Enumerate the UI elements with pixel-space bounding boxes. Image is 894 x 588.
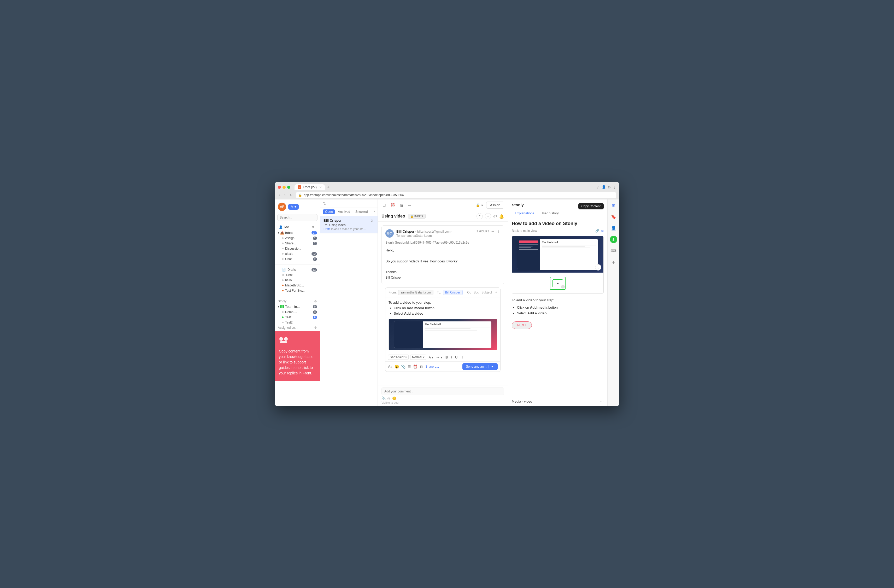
reply-compose: From: samantha@stanl.com To: Bill Crispe… bbox=[385, 287, 500, 372]
sidebar-item-testfor[interactable]: Test For Sto... bbox=[275, 288, 320, 293]
keyboard-right-icon[interactable]: ⌨ bbox=[609, 247, 618, 254]
sidebar-item-hello[interactable]: hello bbox=[275, 278, 320, 283]
sidebar-item-chat[interactable]: Chat 2 bbox=[275, 256, 320, 262]
tag-icon[interactable]: 🏷 bbox=[493, 214, 497, 218]
forward-nav-button[interactable]: › bbox=[283, 192, 287, 198]
reply-body[interactable]: To add a video to your step: Click on Ad… bbox=[385, 298, 500, 319]
text-color-button[interactable]: A ▾ bbox=[428, 355, 435, 360]
sidebar-item-sent[interactable]: ➤ Sent bbox=[275, 272, 320, 278]
reply-icon[interactable]: ↩ bbox=[491, 229, 495, 233]
format-button[interactable]: ☰ bbox=[408, 364, 411, 369]
font-family-select[interactable]: Sans-Serif ▾ bbox=[388, 355, 409, 360]
more-button[interactable]: ··· bbox=[407, 203, 412, 208]
bold-button[interactable]: B bbox=[445, 355, 449, 360]
stonly-group[interactable]: Stonly ⚙ bbox=[275, 299, 320, 304]
filter-tab-archived[interactable]: Archived bbox=[336, 209, 352, 214]
new-tab-button[interactable]: + bbox=[326, 184, 331, 190]
browser-tab[interactable]: F Front (27) ✕ bbox=[294, 184, 325, 190]
tab-close-button[interactable]: ✕ bbox=[319, 186, 322, 189]
sidebar-item-alexis[interactable]: alexis 22 bbox=[275, 251, 320, 256]
kb-footer-more-icon[interactable]: ··· bbox=[600, 399, 604, 404]
teamin-group[interactable]: ▾ S Team in... 9 bbox=[275, 304, 320, 310]
scroll-down-button[interactable]: ⌄ bbox=[485, 213, 491, 219]
external-link-icon[interactable]: ↗ bbox=[495, 290, 497, 294]
sidebar-item-drafts[interactable]: 📄 Drafts 13 bbox=[275, 267, 320, 272]
conversation-panel: ⇅ Open Archived Snoozed › Bill Crisper 2… bbox=[320, 200, 378, 406]
settings-icon[interactable]: ⚙ bbox=[311, 225, 314, 229]
assigned-group[interactable]: Assigned co... ⚙ bbox=[275, 325, 320, 330]
tab-user-history[interactable]: User history bbox=[538, 210, 562, 217]
italic-button[interactable]: I bbox=[450, 355, 453, 360]
font-size-button[interactable]: Aa bbox=[388, 364, 393, 369]
cc-button[interactable]: Cc bbox=[467, 290, 471, 294]
link-icon[interactable]: 🔗 bbox=[595, 229, 599, 233]
comment-emoji-icon[interactable]: 😊 bbox=[392, 396, 396, 400]
to-address[interactable]: Bill Crisper bbox=[443, 290, 463, 295]
lock-button[interactable]: 🔒 ▾ bbox=[475, 203, 484, 208]
tab-explanations[interactable]: Explanations bbox=[512, 210, 538, 217]
signature-button[interactable]: ⏰ bbox=[413, 364, 417, 369]
trash-button[interactable]: 🗑 bbox=[399, 203, 405, 208]
stonly-avatar-icon[interactable]: S bbox=[610, 236, 617, 243]
conv-item[interactable]: Bill Crisper 2H Re: Using video Draft To… bbox=[320, 216, 378, 233]
more-fmt-button[interactable]: ⋮ bbox=[460, 355, 465, 360]
reload-button[interactable]: ↻ bbox=[288, 192, 294, 198]
minimize-button[interactable] bbox=[282, 186, 285, 189]
share-draft-button[interactable]: Share d... bbox=[425, 365, 439, 369]
copy-icon[interactable]: ⧉ bbox=[601, 229, 604, 233]
bookmark-right-icon[interactable]: 🔖 bbox=[610, 213, 617, 221]
bell-icon[interactable]: 🔔 bbox=[499, 214, 504, 219]
send-dropdown-arrow[interactable]: ▾ bbox=[488, 365, 494, 369]
url-display[interactable]: app.frontapp.com/inboxes/teammates/25052… bbox=[304, 193, 404, 197]
assigned-settings-icon[interactable]: ⚙ bbox=[314, 326, 317, 330]
comment-mention-icon[interactable]: @ bbox=[387, 396, 391, 400]
maximize-button[interactable] bbox=[287, 186, 290, 189]
back-nav-button[interactable]: ‹ bbox=[278, 192, 281, 198]
sidebar-item-demo[interactable]: Demo ... 3 bbox=[275, 310, 320, 314]
bookmark-icon[interactable]: ☆ bbox=[597, 185, 600, 189]
compose-button[interactable]: ✎ ▾ bbox=[288, 204, 299, 210]
assign-button[interactable]: Assign bbox=[486, 201, 504, 209]
sidebar-item-madeby[interactable]: MadeBySto... bbox=[275, 283, 320, 288]
comment-input[interactable] bbox=[382, 387, 504, 395]
filter-tab-snoozed[interactable]: Snoozed bbox=[353, 209, 370, 214]
underline-button[interactable]: U bbox=[454, 355, 458, 360]
send-archive-button[interactable]: Send and arc... ▾ bbox=[462, 363, 498, 370]
filter-tab-open[interactable]: Open bbox=[323, 209, 335, 214]
add-right-icon[interactable]: + bbox=[611, 258, 616, 267]
sidebar-item-test[interactable]: Test 6 bbox=[275, 314, 320, 320]
inbox-right-icon[interactable]: ⊞ bbox=[611, 202, 616, 209]
bcc-button[interactable]: Bcc bbox=[474, 290, 479, 294]
from-address[interactable]: samantha@stanl.com bbox=[398, 290, 433, 295]
subject-button[interactable]: Subject bbox=[482, 290, 492, 294]
sidebar-item-assign[interactable]: Assign... 1 bbox=[275, 236, 320, 241]
inbox-group[interactable]: ▾ 📥 Inbox 27 bbox=[275, 230, 320, 236]
sidebar-item-me[interactable]: 👤 Me ⚙ bbox=[276, 224, 319, 230]
sidebar-item-share[interactable]: Share... 2 bbox=[275, 241, 320, 246]
snooze-button[interactable]: ⏰ bbox=[390, 203, 396, 208]
extensions-icon[interactable]: ⚙ bbox=[607, 185, 611, 189]
copy-content-button[interactable]: Copy Content bbox=[578, 203, 604, 209]
next-button[interactable]: NEXT bbox=[512, 321, 532, 329]
contact-right-icon[interactable]: 👤 bbox=[610, 225, 617, 231]
attach-button[interactable]: 📎 bbox=[401, 364, 405, 369]
menu-icon[interactable]: ⋮ bbox=[613, 185, 616, 189]
stonly-settings-icon[interactable]: ⚙ bbox=[314, 299, 317, 303]
highlight-button[interactable]: ✏ ▾ bbox=[436, 355, 443, 360]
kb-scroll-down-button[interactable]: ⌄ bbox=[595, 264, 601, 271]
scroll-up-button[interactable]: ⌃ bbox=[477, 213, 483, 219]
sidebar-item-test2[interactable]: Test2 bbox=[275, 320, 320, 325]
kb-back-link[interactable]: Back to main view 🔗 ⧉ bbox=[512, 229, 604, 233]
filter-arrow-icon[interactable]: › bbox=[374, 209, 375, 214]
profile-icon[interactable]: 👤 bbox=[601, 185, 606, 189]
sort-icon[interactable]: ⇅ bbox=[323, 201, 326, 206]
close-button[interactable] bbox=[278, 186, 281, 189]
emoji-button[interactable]: 😊 bbox=[394, 364, 399, 369]
archive-button[interactable]: ☐ bbox=[382, 203, 387, 208]
comment-attach-icon[interactable]: 📎 bbox=[382, 396, 386, 400]
delete-button[interactable]: 🗑 bbox=[420, 364, 423, 369]
font-style-select[interactable]: Normal ▾ bbox=[410, 355, 426, 360]
sidebar-item-discussion[interactable]: Discussio... bbox=[275, 246, 320, 251]
search-input[interactable] bbox=[277, 214, 317, 221]
more-msg-icon[interactable]: ⋮ bbox=[497, 229, 500, 233]
